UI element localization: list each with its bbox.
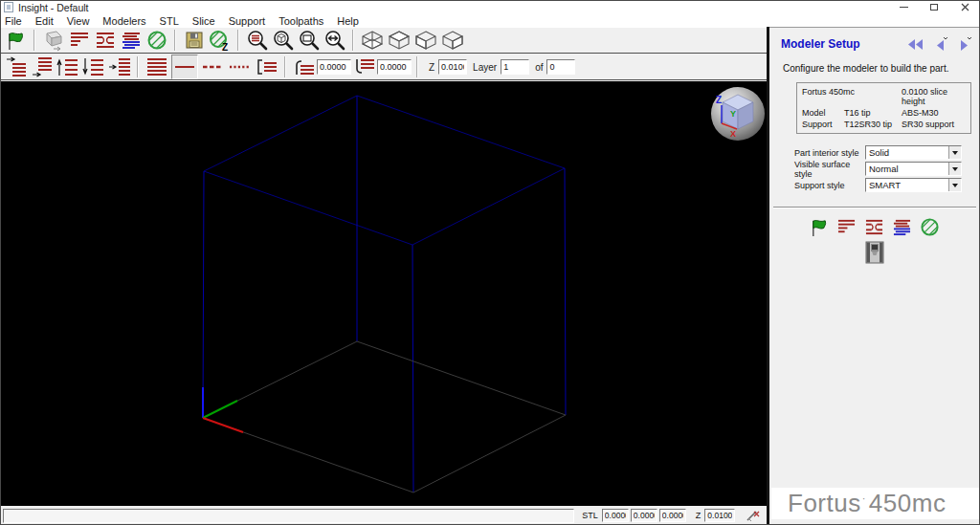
clip-top-z-input[interactable] xyxy=(317,59,351,75)
zoom-dynamic-button[interactable] xyxy=(323,28,346,53)
go-to-layer-button[interactable] xyxy=(107,55,131,79)
forward-arrow-icon xyxy=(957,36,972,52)
display-dotted-button[interactable] xyxy=(227,55,252,79)
menu-help[interactable]: Help xyxy=(330,15,366,27)
view-all-layers-button[interactable] xyxy=(145,55,169,79)
zoom-window-icon xyxy=(298,29,321,52)
summary-support-material: SR30 support xyxy=(902,120,966,129)
menu-view[interactable]: View xyxy=(60,15,97,27)
query-tool-icon xyxy=(745,509,762,522)
layer-number-input[interactable] xyxy=(501,59,529,75)
window-title: Insight - Default xyxy=(18,2,89,13)
menu-edit[interactable]: Edit xyxy=(29,15,60,27)
clip-bottom-z-input[interactable] xyxy=(377,59,412,75)
orientation-widget[interactable]: Z X Y xyxy=(711,87,765,141)
save-z-button[interactable]: Z xyxy=(208,28,232,53)
first-page-button[interactable] xyxy=(906,37,924,52)
build-job-icon xyxy=(146,30,167,51)
dropdown-arrow-icon[interactable] xyxy=(948,163,961,175)
modeler-setup-panel: Modeler Setup Configure the modeler to b… xyxy=(769,27,980,525)
visible-surface-style-value: Normal xyxy=(869,164,899,174)
generate-supports-button[interactable] xyxy=(93,28,117,53)
slice-status-icon xyxy=(836,218,857,236)
layer-count-input[interactable] xyxy=(546,59,575,75)
slice-button[interactable] xyxy=(67,28,91,53)
view-bottom-button[interactable] xyxy=(360,28,385,53)
top-layer-icon xyxy=(5,56,28,77)
visible-surface-style-select[interactable]: Normal xyxy=(865,162,962,176)
stl-x-field[interactable] xyxy=(602,509,629,522)
svg-text:Y: Y xyxy=(730,109,736,119)
dotted-line-icon xyxy=(227,56,252,77)
zoom-part-icon xyxy=(272,29,295,52)
generate-toolpaths-button[interactable] xyxy=(119,28,143,53)
view-top-button[interactable] xyxy=(387,28,412,53)
bottom-layer-icon xyxy=(31,56,54,77)
summary-machine: Fortus 450mc xyxy=(802,87,902,106)
status-flag-button[interactable] xyxy=(4,28,28,53)
previous-step-button[interactable] xyxy=(933,36,948,52)
maximize-icon xyxy=(930,4,938,11)
summary-model-tip: T16 tip xyxy=(844,108,902,118)
fortus-brand-logo: Fortus·450mc xyxy=(788,489,946,518)
save-z-icon: Z xyxy=(209,30,231,52)
save-floppy-icon xyxy=(185,31,204,50)
go-top-layer-button[interactable] xyxy=(4,55,28,79)
z-height-input[interactable] xyxy=(438,59,467,75)
menu-modelers[interactable]: Modelers xyxy=(96,15,152,27)
panel-description: Configure the modeler to build the part. xyxy=(783,63,980,74)
svg-text:Z: Z xyxy=(222,42,228,52)
go-bottom-layer-button[interactable] xyxy=(30,55,54,79)
menu-bar: File Edit View Modelers STL Slice Suppor… xyxy=(0,14,980,28)
part-interior-style-select[interactable]: Solid xyxy=(865,145,962,160)
minimize-button[interactable] xyxy=(888,0,919,14)
save-button[interactable] xyxy=(182,28,206,53)
y-axis xyxy=(203,401,237,418)
z-label: Z xyxy=(429,62,434,73)
visible-surface-style-label: Visible surface style xyxy=(794,160,865,179)
finish-build-button[interactable] xyxy=(145,28,168,53)
stl-y-field[interactable] xyxy=(631,509,657,522)
menu-toolpaths[interactable]: Toolpaths xyxy=(272,15,330,27)
support-style-label: Support style xyxy=(794,181,865,190)
dropdown-arrow-icon[interactable] xyxy=(948,146,961,159)
view-single-layer-button[interactable] xyxy=(171,55,198,79)
clip-bottom-button[interactable] xyxy=(352,55,376,79)
dropdown-arrow-icon[interactable] xyxy=(948,179,961,191)
menu-support[interactable]: Support xyxy=(222,15,273,27)
up-one-layer-button[interactable] xyxy=(56,55,79,79)
zoom-layers-icon xyxy=(246,29,269,52)
stl-z-field[interactable] xyxy=(659,509,686,522)
main-toolbar: Z xyxy=(0,28,767,54)
support-style-value: SMART xyxy=(869,180,901,190)
view-side-button[interactable] xyxy=(440,28,465,53)
zoom-window-button[interactable] xyxy=(297,28,321,53)
display-dashed-button[interactable] xyxy=(200,55,225,79)
query-tool-button[interactable] xyxy=(743,508,764,524)
viewport-3d[interactable]: Z X Y xyxy=(0,81,767,506)
maximize-button[interactable] xyxy=(919,0,949,14)
status-message-field xyxy=(3,509,574,523)
clip-top-button[interactable] xyxy=(292,55,316,79)
svg-text:Z: Z xyxy=(716,95,722,105)
orient-stl-button[interactable] xyxy=(41,28,65,53)
menu-stl[interactable]: STL xyxy=(153,15,186,27)
green-flag-icon xyxy=(6,31,26,51)
support-style-select[interactable]: SMART xyxy=(865,178,962,192)
status-z-label: Z xyxy=(696,511,702,520)
modeler-settings: Part interior style Solid Visible surfac… xyxy=(794,144,980,193)
next-step-button[interactable] xyxy=(957,36,972,52)
menu-file[interactable]: File xyxy=(0,15,29,27)
view-front-cube-icon xyxy=(413,29,438,52)
down-one-layer-button[interactable] xyxy=(81,55,105,79)
zoom-part-button[interactable] xyxy=(271,28,295,53)
double-back-arrow-icon xyxy=(906,37,924,52)
view-front-button[interactable] xyxy=(413,28,438,53)
close-button[interactable] xyxy=(949,0,980,14)
view-side-cube-icon xyxy=(440,29,465,52)
zoom-layers-button[interactable] xyxy=(245,28,269,53)
summary-model-material: ABS-M30 xyxy=(902,108,966,118)
clip-layers-button[interactable] xyxy=(254,55,278,79)
status-z-field[interactable] xyxy=(704,509,735,522)
menu-slice[interactable]: Slice xyxy=(186,15,222,27)
